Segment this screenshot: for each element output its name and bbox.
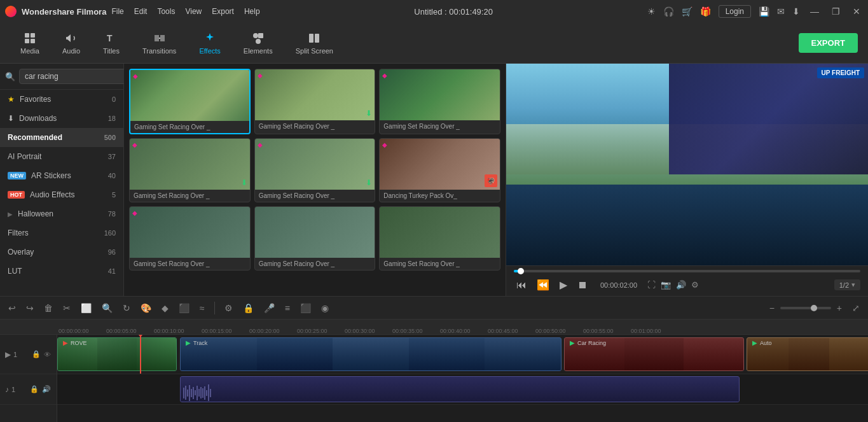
snapshot-icon[interactable]: 📷 — [661, 280, 671, 290]
audio-clip[interactable] — [180, 376, 740, 402]
menu-help[interactable]: Help — [244, 7, 260, 16]
effect-card-3[interactable]: ◆ Gaming Set Racing Over _ — [379, 69, 500, 134]
settings-btn[interactable]: ⚙ — [221, 301, 236, 315]
zoom-out-btn[interactable]: − — [766, 301, 778, 315]
progress-bar[interactable] — [514, 270, 860, 272]
effect-card-4[interactable]: ◆ ⬇ Gaming Set Racing Over _ — [129, 138, 251, 202]
effect-card-6[interactable]: ◆ 🦃 Dancing Turkey Pack Ov_ — [379, 138, 500, 202]
mixer-btn[interactable]: ≡ — [282, 301, 293, 315]
ai-portrait-count: 37 — [108, 153, 116, 160]
maximize-button[interactable]: ❐ — [829, 6, 843, 17]
zoom-in-button[interactable]: 🔍 — [99, 301, 116, 315]
sidebar-item-favorites[interactable]: ★Favorites 0 — [0, 90, 123, 109]
headphone-icon[interactable]: 🎧 — [663, 6, 674, 17]
download-arrow-icon: ⬇ — [8, 114, 14, 123]
minimize-button[interactable]: — — [808, 6, 822, 17]
sidebar-item-recommended[interactable]: Recommended 500 — [0, 128, 123, 147]
mail-icon[interactable]: ✉ — [777, 6, 785, 17]
align-button[interactable]: ⬛ — [176, 301, 193, 315]
toolbar-media[interactable]: Media — [10, 28, 50, 59]
track-lock-btn[interactable]: 🔒 — [31, 349, 41, 359]
track-a1-mute-btn[interactable]: 🔊 — [41, 384, 52, 394]
save-icon[interactable]: 💾 — [759, 6, 769, 17]
lock-btn[interactable]: 🔒 — [240, 301, 257, 315]
audio-btn[interactable]: ≈ — [196, 301, 208, 315]
sidebar-item-overlay[interactable]: Overlay 96 — [0, 243, 123, 262]
snap-btn[interactable]: ◉ — [318, 301, 332, 315]
crop-button[interactable]: ⬜ — [78, 301, 95, 315]
volume-icon[interactable]: 🔊 — [676, 280, 686, 290]
effect-thumb-8 — [255, 207, 375, 258]
toolbar-effects[interactable]: Effects — [189, 28, 230, 59]
toolbar-audio[interactable]: Audio — [52, 28, 90, 59]
track-a1-label: 1 — [11, 386, 15, 393]
filters-count: 160 — [104, 229, 116, 237]
menu-tools[interactable]: Tools — [157, 7, 175, 16]
zoom-slider[interactable] — [780, 307, 831, 309]
overlay-count: 96 — [108, 248, 116, 256]
delete-button[interactable]: 🗑 — [41, 301, 56, 315]
clip-car-racing[interactable]: ▶ Car Racing — [564, 337, 744, 371]
toolbar-transitions[interactable]: Transitions — [132, 28, 186, 59]
track-eye-btn[interactable]: 👁 — [43, 349, 52, 359]
clip-auto[interactable]: ▶ Auto — [747, 337, 868, 371]
color-button[interactable]: 🎨 — [137, 301, 155, 315]
effect-card-9[interactable]: Gaming Set Racing Over _ — [379, 206, 500, 271]
menu-export[interactable]: Export — [212, 7, 234, 16]
effect-card-8[interactable]: Gaming Set Racing Over _ — [254, 206, 376, 271]
effect-card-5[interactable]: ◆ ⬇ Gaming Set Racing Over _ — [254, 138, 376, 202]
effect-label-1: Gaming Set Racing Over _ — [130, 121, 249, 133]
clip-auto-play-icon: ▶ — [752, 339, 757, 346]
sidebar-item-ai-portrait[interactable]: AI Portrait 37 — [0, 147, 123, 166]
page-chevron-icon[interactable]: ▾ — [851, 281, 855, 289]
stop-button[interactable]: ⏹ — [575, 278, 590, 292]
sidebar-item-halloween[interactable]: ▶Halloween 78 — [0, 204, 123, 223]
clip-rove[interactable]: ▶ ROVE — [57, 337, 177, 371]
redo-button[interactable]: ↪ — [23, 301, 37, 315]
rotate-button[interactable]: ↻ — [120, 301, 134, 315]
mic-btn[interactable]: 🎤 — [261, 301, 278, 315]
svg-rect-9 — [315, 34, 319, 43]
sidebar-item-lut[interactable]: LUT 41 — [0, 262, 123, 281]
page-indicator: 1/2 ▾ — [834, 279, 860, 290]
track-a1-icon: ♪ — [5, 385, 9, 394]
hot-badge: HOT — [8, 191, 25, 199]
menu-edit[interactable]: Edit — [134, 7, 148, 16]
toolbar-elements[interactable]: Elements — [233, 28, 283, 59]
step-back-button[interactable]: ⏪ — [534, 278, 552, 292]
search-input[interactable] — [19, 69, 126, 84]
sun-icon[interactable]: ☀ — [647, 6, 656, 17]
effect-card-2[interactable]: ◆ ⬇ Gaming Set Racing Over _ — [254, 69, 376, 134]
effect-card-7[interactable]: ◆ Gaming Set Racing Over _ — [129, 206, 251, 271]
toolbar-split-screen[interactable]: Split Screen — [286, 28, 343, 59]
effect-card-1[interactable]: ◆ Gaming Set Racing Over _ — [129, 69, 251, 134]
play-button[interactable]: ▶ — [557, 278, 570, 292]
keyframe-button[interactable]: ◆ — [158, 301, 172, 315]
cart-icon[interactable]: 🛒 — [682, 6, 692, 17]
close-button[interactable]: ✕ — [850, 6, 863, 17]
sidebar-item-downloads[interactable]: ⬇Downloads 18 — [0, 109, 123, 128]
effect-thumb-5: ◆ ⬇ — [255, 139, 375, 190]
settings-icon[interactable]: ⚙ — [691, 280, 699, 290]
toolbar-titles[interactable]: T Titles — [93, 28, 130, 59]
menu-file[interactable]: File — [111, 7, 123, 16]
login-button[interactable]: Login — [719, 5, 751, 18]
sidebar-item-filters[interactable]: Filters 160 — [0, 223, 123, 243]
sidebar-halloween-label: Halloween — [18, 209, 53, 218]
track-a1-lock-btn[interactable]: 🔒 — [29, 384, 39, 394]
download-icon[interactable]: ⬇ — [792, 6, 800, 17]
zoom-in-btn[interactable]: + — [834, 301, 845, 315]
gift-icon[interactable]: 🎁 — [700, 6, 711, 17]
sidebar-item-ar-stickers[interactable]: NEWAR Stickers 40 — [0, 166, 123, 185]
effect-thumb-2: ◆ ⬇ — [255, 69, 375, 120]
rewind-button[interactable]: ⏮ — [514, 278, 529, 292]
split-btn[interactable]: ⬛ — [297, 301, 314, 315]
clip-track[interactable]: ▶ Track — [180, 337, 561, 371]
undo-button[interactable]: ↩ — [5, 301, 19, 315]
export-button[interactable]: EXPORT — [799, 33, 858, 53]
menu-view[interactable]: View — [185, 7, 202, 16]
sidebar-item-audio-effects[interactable]: HOTAudio Effects 5 — [0, 185, 123, 204]
cut-button[interactable]: ✂ — [60, 301, 74, 315]
full-screen-icon[interactable]: ⛶ — [647, 280, 656, 290]
expand-btn[interactable]: ⤢ — [849, 301, 863, 315]
